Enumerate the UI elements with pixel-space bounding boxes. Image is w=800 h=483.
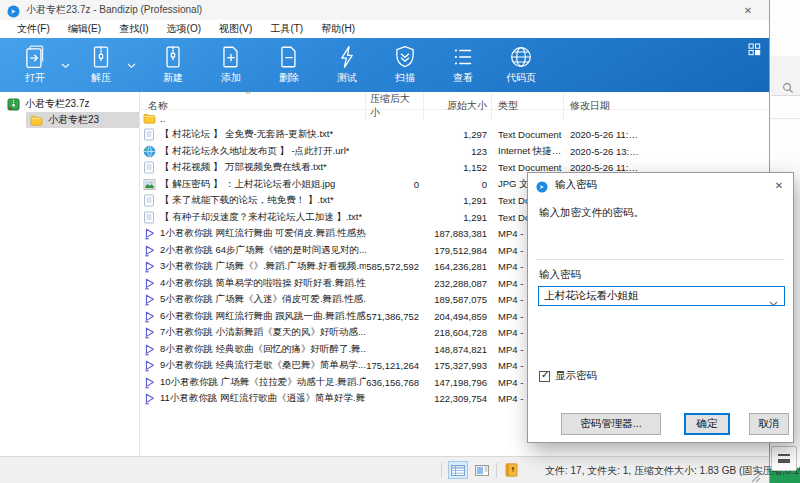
ok-button[interactable]: 确定: [684, 413, 730, 435]
table-row[interactable]: ..: [140, 110, 769, 127]
toolbar-open-button[interactable]: 打开: [6, 44, 64, 85]
add-file-icon: [218, 44, 244, 70]
statusbar-icons: [441, 461, 519, 479]
mp4-icon: [143, 293, 156, 306]
file-name-cell: 【 解压密码 】 ：上村花论坛看小姐姐.jpg: [140, 178, 366, 191]
toolbar-open-label: 打开: [25, 71, 45, 85]
file-name: 8小君教你跳 经典歌曲《回忆的痛》好听醉了.舞...: [160, 343, 366, 356]
menu-item[interactable]: 编辑(E): [59, 20, 110, 38]
statusbar: 文件: 17, 文件夹: 1, 压缩文件大小: 1.83 GB (固实压缩,0.…: [0, 456, 769, 483]
file-name: 2小君教你跳 64步广场舞《错的是时间遇见对的...: [160, 244, 366, 257]
chevron-down-icon[interactable]: [61, 55, 70, 61]
toolbar-add-label: 添加: [221, 71, 241, 85]
table-row[interactable]: 【 村花论坛永久地址发布页 】 -点此打开.url*123Internet 快捷…: [140, 143, 769, 160]
file-name-cell: 【 村花论坛永久地址发布页 】 -点此打开.url*: [140, 145, 366, 158]
password-combobox[interactable]: [538, 286, 785, 306]
open-icon: [22, 44, 48, 70]
divider: [441, 463, 442, 478]
file-name-cell: ..: [140, 112, 366, 125]
delete-file-icon: [276, 44, 302, 70]
file-name-cell: 8小君教你跳 经典歌曲《回忆的痛》好听醉了.舞...: [140, 343, 366, 356]
file-name: 3小君教你跳 广场舞《》.舞蹈.广场舞.好看视频.m...: [160, 260, 366, 273]
menu-item[interactable]: 选项(O): [158, 20, 210, 38]
menu-item[interactable]: 工具(T): [261, 20, 312, 38]
chevron-down-icon[interactable]: [769, 293, 778, 299]
txt-icon: [143, 194, 156, 207]
menu-item[interactable]: 文件(F): [8, 20, 59, 38]
file-name-cell: 10小君教你跳 广场舞《拉拉爱》动感十足.舞蹈.广...: [140, 376, 366, 389]
file-original-size: 1,297: [424, 129, 492, 140]
file-name: 【 村花视频 】 万部视频免费在线看.txt*: [160, 161, 327, 174]
file-original-size: 218,604,728: [424, 327, 492, 338]
globe-icon: [508, 44, 534, 70]
file-name-cell: 【 有种子却没速度？来村花论坛人工加速 】.txt*: [140, 211, 366, 224]
folder-icon: [30, 114, 43, 127]
toolbar-scan-button[interactable]: 扫描: [376, 44, 434, 85]
divider: [771, 118, 800, 119]
file-name-cell: 1小君教你跳 网红流行舞曲 可爱俏皮.舞蹈.性感热...: [140, 227, 366, 240]
checkbox-checked-icon: ✓: [539, 371, 550, 382]
file-name: 【 村花论坛 】 全免费-无套路-更新快.txt*: [160, 128, 333, 141]
toolbar-new-button[interactable]: 新建: [144, 44, 202, 85]
file-modified-date: 2020-5-26 13:…: [564, 146, 769, 157]
password-input[interactable]: [539, 290, 769, 302]
file-name-cell: 【 村花论坛 】 全免费-无套路-更新快.txt*: [140, 128, 366, 141]
url-icon: [143, 145, 156, 158]
txt-icon: [143, 128, 156, 141]
file-name-cell: 4小君教你跳 简单易学的啦啦操 好听好看.舞蹈.性...: [140, 277, 366, 290]
detail-view-icon[interactable]: [448, 461, 468, 479]
file-name-cell: 【 来了就能下载的论坛，纯免费！ 】.txt*: [140, 194, 366, 207]
toolbar-extract-button[interactable]: 解压: [72, 44, 130, 85]
file-modified-date: 2020-5-26 11:…: [564, 129, 769, 140]
view-switch-button[interactable]: [771, 446, 797, 471]
window-close-button[interactable]: ✕: [740, 2, 756, 18]
extract-icon: [88, 44, 114, 70]
resize-grip[interactable]: [751, 469, 761, 479]
cancel-button[interactable]: 取消: [749, 413, 789, 435]
file-original-size: 189,587,075: [424, 294, 492, 305]
tree-item-folder-selected[interactable]: 小君专栏23: [26, 112, 139, 128]
dialog-titlebar: 输入密码: [528, 173, 793, 197]
show-password-checkbox[interactable]: ✓ 显示密码: [539, 369, 597, 383]
table-row[interactable]: 【 村花论坛 】 全免费-无套路-更新快.txt*1,297Text Docum…: [140, 127, 769, 144]
file-name: 6小君教你跳 网红流行舞曲 跟风跳一曲.舞蹈.性感...: [160, 310, 366, 323]
folder-tree: 小君专栏23.7z 小君专栏23: [0, 92, 140, 456]
toolbar-test-button[interactable]: 测试: [318, 44, 376, 85]
tree-item-archive[interactable]: 小君专栏23.7z: [0, 96, 139, 112]
toolbar-add-button[interactable]: 添加: [202, 44, 260, 85]
chevron-down-icon[interactable]: [127, 55, 136, 61]
file-original-size: 1,291: [424, 212, 492, 223]
search-icon[interactable]: [782, 80, 794, 92]
file-name: 【 来了就能下载的论坛，纯免费！ 】.txt*: [160, 194, 334, 207]
file-original-size: 122,309,754: [424, 393, 492, 404]
dialog-close-button[interactable]: ✕: [771, 177, 787, 193]
archive-icon: [7, 98, 20, 111]
toolbar-codepage-button[interactable]: 代码页: [492, 44, 550, 85]
file-name: 1小君教你跳 网红流行舞曲 可爱俏皮.舞蹈.性感热...: [160, 227, 366, 240]
tree-item-label: 小君专栏23.7z: [25, 97, 89, 111]
password-book-icon[interactable]: [503, 463, 519, 478]
file-name: 5小君教你跳 广场舞《入迷》俏皮可爱.舞蹈.性感...: [160, 293, 366, 306]
file-name: 【 村花论坛永久地址发布页 】 -点此打开.url*: [160, 145, 349, 158]
mp4-icon: [143, 260, 156, 273]
toolbar-view-button[interactable]: 查看: [434, 44, 492, 85]
file-original-size: 148,874,821: [424, 344, 492, 355]
file-name: 【 有种子却没速度？来村花论坛人工加速 】.txt*: [160, 211, 362, 224]
layout-toggle-icon[interactable]: [748, 42, 761, 55]
menu-item[interactable]: 帮助(H): [312, 20, 364, 38]
menu-item[interactable]: 视图(V): [210, 20, 261, 38]
mp4-icon: [143, 376, 156, 389]
folder-icon: [143, 112, 156, 125]
app-logo-icon: [7, 4, 20, 17]
thumbnail-view-icon[interactable]: [474, 463, 490, 478]
toolbar-delete-button[interactable]: 删除: [260, 44, 318, 85]
file-original-size: 1,291: [424, 195, 492, 206]
menu-item[interactable]: 查找(I): [110, 20, 157, 38]
statusbar-summary: 文件: 17, 文件夹: 1, 压缩文件大小: 1.83 GB (固实压缩,0.…: [545, 464, 800, 478]
jpg-icon: [143, 178, 156, 191]
password-manager-button[interactable]: 密码管理器...: [561, 413, 661, 435]
divider: [496, 463, 497, 478]
file-name: 【 解压密码 】 ：上村花论坛看小姐姐.jpg: [160, 178, 335, 191]
file-original-size: 147,198,796: [424, 377, 492, 388]
file-original-size: 0: [424, 179, 492, 190]
